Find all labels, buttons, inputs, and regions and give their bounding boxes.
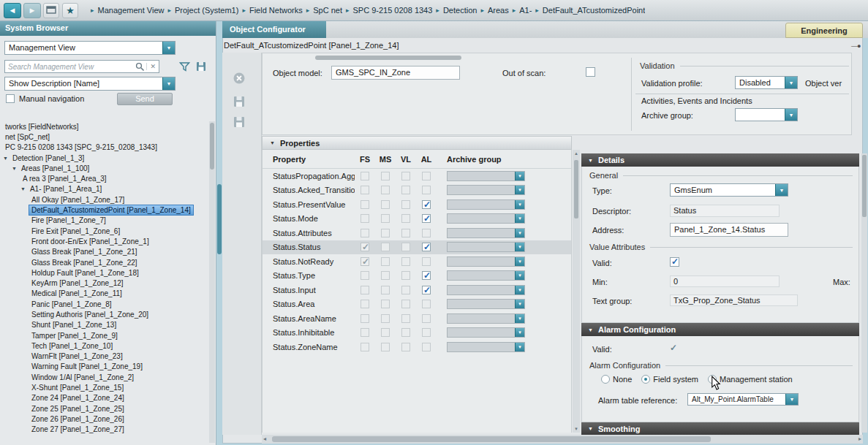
tree-item[interactable]: X-Shunt [Panel_1_Zone_15] xyxy=(0,382,211,392)
ms-checkbox[interactable] xyxy=(375,172,396,180)
details-scrollbar[interactable] xyxy=(861,153,867,433)
al-checkbox[interactable] xyxy=(416,343,437,351)
save-as-button[interactable] xyxy=(231,114,247,130)
expand-arrow-icon[interactable]: ▼ xyxy=(20,186,26,191)
ms-checkbox[interactable] xyxy=(375,286,396,294)
clear-search-icon[interactable]: ✕ xyxy=(146,63,159,70)
tree-item[interactable]: Zone 26 [Panel_1_Zone_26] xyxy=(0,414,211,424)
al-checkbox[interactable] xyxy=(416,186,437,194)
tree-item[interactable]: Zone 24 [Panel_1_Zone_24] xyxy=(0,393,211,403)
tree-item[interactable]: Tech [Panel_1_Zone_10] xyxy=(0,341,211,351)
ms-checkbox[interactable] xyxy=(375,343,396,351)
scroll-up-icon[interactable]: ▲ xyxy=(573,151,580,156)
fs-checkbox[interactable] xyxy=(355,229,375,237)
ms-checkbox[interactable] xyxy=(375,229,396,237)
alarm-table-ref-dropdown[interactable]: Alt_My_Point.AlarmTable ▼ xyxy=(687,393,799,406)
fs-checkbox[interactable] xyxy=(355,328,375,337)
description-selector-dropdown[interactable]: Show Description [Name] ▼ xyxy=(4,77,176,91)
out-of-scan-checkbox[interactable] xyxy=(586,67,595,77)
breadcrumb-item[interactable]: DetFault_ATcustomizedPoint xyxy=(543,6,645,15)
property-row[interactable]: Status.PresentValue▼ xyxy=(263,197,571,212)
al-checkbox[interactable] xyxy=(416,271,437,280)
breadcrumb-item[interactable]: Management View xyxy=(98,6,165,15)
scroll-right-icon[interactable]: ▸ xyxy=(858,436,861,442)
archive-group-dropdown[interactable]: ▼ xyxy=(447,285,525,295)
property-row[interactable]: Status.Status▼ xyxy=(263,240,571,255)
breadcrumb-item[interactable]: SpC net xyxy=(313,6,342,15)
archive-group-dropdown[interactable]: ▼ xyxy=(447,171,525,181)
archive-group-dropdown[interactable]: ▼ xyxy=(447,299,525,309)
properties-section-header[interactable]: ▼ Properties xyxy=(262,136,572,150)
archive-group-dropdown[interactable]: ▼ xyxy=(447,228,525,238)
tree-item[interactable]: Medical [Panel_1_Zone_11] xyxy=(0,289,211,299)
address-field[interactable]: Panel_1_Zone_14.Status xyxy=(670,223,788,237)
al-checkbox[interactable] xyxy=(416,328,437,337)
property-row[interactable]: Status.ZoneName▼ xyxy=(263,340,571,354)
object-model-field[interactable]: GMS_SPC_IN_Zone xyxy=(331,66,460,80)
ms-checkbox[interactable] xyxy=(375,243,396,251)
al-checkbox[interactable] xyxy=(416,286,437,294)
archive-group-dropdown[interactable]: ▼ xyxy=(447,327,525,338)
al-checkbox[interactable] xyxy=(416,229,437,237)
tab-object-configurator[interactable]: Object Configurator xyxy=(222,21,326,38)
tree-item[interactable]: WarnFlt [Panel_1_Zone_23] xyxy=(0,351,211,362)
tree-item[interactable]: Panic [Panel_1_Zone_8] xyxy=(0,299,211,309)
tree-item[interactable]: Glass Break [Panel_1_Zone_22] xyxy=(0,257,211,267)
vl-checkbox[interactable] xyxy=(396,314,416,323)
favorites-button[interactable]: ★ xyxy=(62,3,78,18)
property-row[interactable]: Status.Attributes▼ xyxy=(263,226,571,240)
ms-checkbox[interactable] xyxy=(375,314,396,323)
tree-item[interactable]: net [SpC_net] xyxy=(0,132,211,142)
search-input[interactable] xyxy=(5,63,135,71)
al-checkbox[interactable] xyxy=(416,314,437,323)
tree-item[interactable]: Fire [Panel_1_Zone_7] xyxy=(0,216,211,226)
panel-splitter-handle[interactable] xyxy=(217,184,222,254)
fs-checkbox[interactable] xyxy=(355,172,375,180)
back-button[interactable]: ◄ xyxy=(4,3,21,18)
alarm-section-header[interactable]: ▼ Alarm Configuration xyxy=(581,323,859,336)
archive-group-dropdown[interactable]: ▼ xyxy=(447,313,525,324)
vl-checkbox[interactable] xyxy=(396,343,416,351)
pin-icon[interactable]: —● xyxy=(851,42,860,50)
tree-item[interactable]: tworks [FieldNetworks] xyxy=(0,121,211,132)
vl-checkbox[interactable] xyxy=(396,271,416,280)
expand-arrow-icon[interactable]: ▼ xyxy=(3,156,8,161)
ms-checkbox[interactable] xyxy=(375,200,396,209)
tree-scrollbar[interactable] xyxy=(209,121,215,443)
text-group-field[interactable]: TxG_Prop_Zone_Status xyxy=(670,294,798,306)
vl-checkbox[interactable] xyxy=(396,229,416,237)
validation-profile-dropdown[interactable]: Disabled ▼ xyxy=(735,76,798,89)
save-button[interactable] xyxy=(231,94,247,110)
save-filter-button[interactable] xyxy=(195,60,208,73)
tree-item[interactable]: Tamper [Panel_1_Zone_9] xyxy=(0,330,211,341)
tree-item[interactable]: Glass Break [Panel_1_Zone_21] xyxy=(0,247,211,257)
property-row[interactable]: Status.Area▼ xyxy=(263,297,571,312)
property-row[interactable]: Status.Type▼ xyxy=(263,269,571,284)
vl-checkbox[interactable] xyxy=(396,328,416,337)
vl-checkbox[interactable] xyxy=(396,214,416,223)
engineering-mode-button[interactable]: Engineering xyxy=(785,23,863,38)
vl-checkbox[interactable] xyxy=(396,186,416,194)
horizontal-scrollbar-thumb[interactable] xyxy=(272,436,711,442)
al-checkbox[interactable] xyxy=(416,243,437,251)
discard-button[interactable] xyxy=(231,70,247,86)
property-row[interactable]: Status.NotReady▼ xyxy=(263,254,571,269)
tree-item[interactable]: Window 1/Al [Panel_1_Zone_2] xyxy=(0,372,211,382)
tree-item[interactable]: Fire Exit [Panel_1_Zone_6] xyxy=(0,226,211,236)
tree-item[interactable]: Holdup Fault [Panel_1_Zone_18] xyxy=(0,267,211,278)
archive-group-dropdown[interactable]: ▼ xyxy=(447,242,525,252)
archive-group-dropdown[interactable]: ▼ xyxy=(447,256,525,267)
properties-scrollbar[interactable]: ▲ ▼ xyxy=(573,150,580,433)
property-row[interactable]: Status.Acked_Transitions▼ xyxy=(263,183,571,198)
ms-checkbox[interactable] xyxy=(375,214,396,223)
filter-button[interactable] xyxy=(178,60,191,73)
ms-checkbox[interactable] xyxy=(375,257,396,266)
fs-checkbox[interactable] xyxy=(355,214,375,223)
tree-item[interactable]: ▼A1- [Panel_1_Area_1] xyxy=(0,184,211,194)
manual-navigation-checkbox[interactable] xyxy=(6,94,15,103)
vl-checkbox[interactable] xyxy=(396,243,416,251)
breadcrumb-item[interactable]: Detection xyxy=(443,6,477,15)
ms-checkbox[interactable] xyxy=(375,271,396,280)
archive-group-dropdown[interactable]: ▼ xyxy=(447,342,525,352)
tree-item[interactable]: PC 9-215 0208 1343 [SPC_9-215_0208_1343] xyxy=(0,142,211,153)
